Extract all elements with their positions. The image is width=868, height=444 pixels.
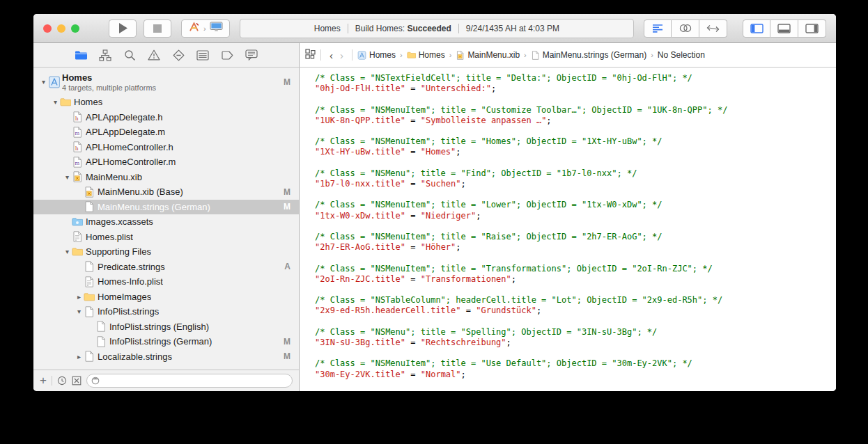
navigator-panel-toggle[interactable]: [743, 19, 770, 38]
tree-row[interactable]: InfoPlist.strings (English): [33, 319, 299, 335]
tree-row[interactable]: ▾InfoPlist.strings: [33, 304, 299, 319]
add-button[interactable]: +: [40, 374, 47, 388]
tree-row-label: InfoPlist.strings (English): [109, 322, 209, 332]
navigator-icon-bar: [33, 43, 300, 67]
status-badge: A: [284, 262, 290, 271]
breadcrumb-item[interactable]: Homes: [407, 50, 445, 60]
toolbar: › Homes Build Homes: Succeeded 9/24/1435…: [33, 14, 836, 43]
tree-row[interactable]: Homes-Info.plist: [33, 274, 299, 290]
zoom-button[interactable]: [71, 24, 79, 33]
close-button[interactable]: [43, 24, 52, 33]
breadcrumb-label: Homes: [419, 50, 445, 60]
related-items-button[interactable]: [305, 49, 316, 61]
breakpoint-navigator-icon[interactable]: [220, 48, 234, 62]
code-blank-line: [315, 189, 836, 200]
minimize-button[interactable]: [57, 24, 65, 33]
m-file-icon: m: [72, 157, 86, 168]
disclosure-triangle-icon[interactable]: ▸: [75, 353, 84, 360]
activity-viewer: Homes Build Homes: Succeeded 9/24/1435 A…: [240, 19, 634, 38]
project-file-icon: [357, 51, 366, 60]
tree-row[interactable]: hAPLAppDelegate.h: [33, 110, 299, 125]
report-navigator-icon[interactable]: [245, 48, 258, 62]
tree-row[interactable]: ▾MainMenu.xib: [33, 170, 299, 185]
code-string-line: "0hj-Od-FlH.title" = "Unterschied:";: [315, 84, 836, 94]
disclosure-triangle-icon[interactable]: ▸: [75, 293, 84, 301]
tree-row-label: InfoPlist.strings (German): [109, 336, 212, 347]
disclosure-triangle-icon[interactable]: ▾: [75, 308, 84, 315]
doc-file-icon: [95, 321, 109, 332]
assistant-editor-button[interactable]: [672, 19, 699, 38]
debug-navigator-icon[interactable]: [196, 48, 210, 62]
tree-row-label: Homes.plist: [86, 232, 133, 242]
code-comment-line: /* Class = "NSMenuItem"; title = "Homes"…: [315, 136, 836, 147]
project-navigator-icon[interactable]: [74, 48, 88, 62]
symbol-navigator-icon[interactable]: [98, 48, 112, 62]
stop-button[interactable]: [144, 19, 171, 38]
tree-row-label: APLAppDelegate.m: [86, 127, 165, 137]
folder-file-icon: [84, 292, 98, 301]
xib-file-icon: [72, 171, 86, 182]
assistant-editor-icon: [679, 24, 692, 33]
code-string-line: "1tx-W0-xDw.title" = "Niedriger";: [315, 211, 836, 221]
svg-text:h: h: [75, 145, 79, 152]
tree-row[interactable]: mAPLHomeController.m: [33, 154, 299, 170]
tree-row[interactable]: Images.xcassets: [33, 214, 299, 230]
standard-editor-button[interactable]: [644, 19, 672, 38]
breadcrumb-item[interactable]: MainMenu.strings (German): [531, 50, 646, 60]
doc-file-icon: [84, 261, 98, 272]
editor-mode-control: [644, 19, 727, 38]
tree-row[interactable]: ▾Supporting Files: [33, 244, 299, 260]
breadcrumb-item[interactable]: MainMenu.xib: [456, 50, 520, 60]
tree-row-label: Supporting Files: [86, 246, 151, 257]
scm-status-icon[interactable]: [72, 376, 82, 386]
tree-row-label: HomeImages: [98, 292, 151, 302]
tree-row[interactable]: MainMenu.strings (German)M: [33, 200, 299, 215]
doc-file-icon: [84, 306, 98, 317]
breadcrumb-item[interactable]: No Selection: [658, 50, 705, 60]
disclosure-triangle-icon[interactable]: ▾: [63, 173, 72, 181]
tree-row-label: Predicate.strings: [98, 262, 165, 272]
h-file-icon: h: [72, 141, 86, 152]
code-string-line: "3IN-sU-3Bg.title" = "Rechtschreibung";: [315, 338, 836, 348]
tree-row[interactable]: ▸HomeImages: [33, 290, 299, 305]
disclosure-triangle-icon[interactable]: ▾: [39, 78, 48, 86]
tree-row[interactable]: Predicate.stringsA: [33, 260, 299, 275]
disclosure-triangle-icon[interactable]: ▾: [51, 98, 60, 106]
utilities-panel-toggle[interactable]: [798, 19, 826, 38]
back-button[interactable]: ‹: [326, 49, 336, 61]
version-editor-button[interactable]: [699, 19, 727, 38]
code-blank-line: [315, 380, 836, 390]
tree-row[interactable]: MainMenu.xib (Base)M: [33, 184, 299, 200]
breadcrumb-label: MainMenu.strings (German): [543, 50, 646, 60]
doc-file-icon: [84, 201, 98, 212]
scheme-selector[interactable]: ›: [181, 19, 230, 38]
tree-row[interactable]: hAPLHomeController.h: [33, 140, 299, 155]
run-button[interactable]: [109, 19, 137, 38]
disclosure-triangle-icon[interactable]: ▾: [63, 248, 72, 255]
forward-button[interactable]: ›: [336, 49, 347, 61]
svg-text:h: h: [75, 115, 79, 122]
tree-row[interactable]: mAPLAppDelegate.m: [33, 125, 299, 140]
issue-navigator-icon[interactable]: [147, 48, 161, 62]
source-editor[interactable]: /* Class = "NSTextFieldCell"; title = "D…: [300, 68, 836, 391]
selector-bars: ‹ › Homes›Homes›MainMenu.xib›MainMenu.st…: [33, 43, 836, 68]
recent-files-icon[interactable]: [57, 376, 67, 386]
code-blank-line: [315, 348, 836, 358]
tree-row[interactable]: ▸Localizable.stringsM: [33, 349, 299, 365]
tree-row-label: Homes: [74, 97, 102, 107]
filter-field[interactable]: [86, 374, 293, 388]
test-navigator-icon[interactable]: [171, 48, 185, 62]
filter-input[interactable]: [103, 376, 288, 385]
tree-row-label: Homes4 targets, multiple platforms: [62, 72, 156, 92]
breadcrumb-item[interactable]: Homes: [357, 50, 396, 60]
code-comment-line: /* Class = "NSMenuItem"; title = "Custom…: [315, 105, 836, 116]
tree-row[interactable]: InfoPlist.strings (German)M: [33, 334, 299, 349]
tree-row-label: APLAppDelegate.h: [86, 112, 163, 122]
debug-area-toggle[interactable]: [770, 19, 798, 38]
tree-row[interactable]: ▾Homes: [33, 95, 299, 110]
utilities-panel-icon: [805, 24, 819, 33]
tree-row[interactable]: ▾Homes4 targets, multiple platformsM: [33, 69, 299, 95]
find-navigator-icon[interactable]: [123, 48, 137, 62]
doc-file-icon: [531, 51, 540, 60]
tree-row[interactable]: Homes.plist: [33, 230, 299, 245]
